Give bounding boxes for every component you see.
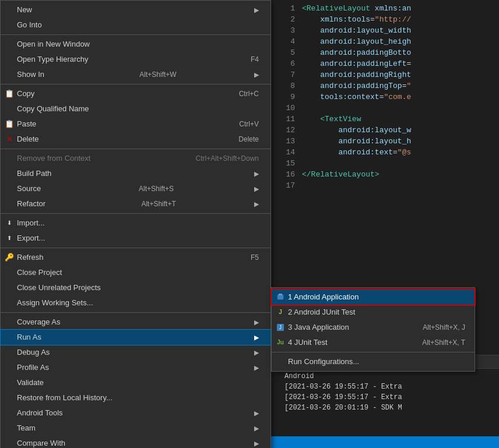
paste-icon: 📋 — [4, 118, 15, 130]
menu-item-build-path[interactable]: Build Path ▶ — [1, 166, 270, 181]
context-menu: New ▶ Go Into Open in New Window Open Ty… — [0, 0, 271, 448]
submenu-arrow-build-path: ▶ — [254, 168, 259, 179]
shortcut-copy: Ctrl+C — [222, 88, 259, 100]
menu-item-import[interactable]: ⬇ Import... — [1, 216, 270, 231]
menu-item-go-into[interactable]: Go Into — [1, 17, 270, 33]
menu-label-team: Team — [17, 422, 36, 434]
submenu-item-android-app[interactable]: 1 Android Application — [272, 290, 475, 305]
shortcut-refactor: Alt+Shift+T — [124, 198, 175, 210]
menu-item-run-as[interactable]: Run As ▶ — [1, 330, 270, 345]
menu-item-compare-with[interactable]: Compare With ▶ — [1, 436, 270, 448]
submenu-arrow-debug-as: ▶ — [254, 347, 259, 358]
submenu-arrow-coverage-as: ▶ — [254, 316, 259, 328]
code-line: 5 android:paddingBotto — [284, 47, 494, 58]
submenu-arrow-new: ▶ — [254, 4, 259, 16]
menu-item-show-in[interactable]: Show In Alt+Shift+W ▶ — [1, 67, 270, 82]
menu-label-go-into: Go Into — [17, 19, 42, 31]
code-line: 3 android:layout_width — [284, 25, 494, 36]
menu-item-profile-as[interactable]: Profile As ▶ — [1, 360, 270, 375]
submenu-item-android-junit[interactable]: J 2 Android JUnit Test — [272, 305, 475, 320]
java-app-icon: J — [275, 323, 286, 331]
menu-label-open-type-hierarchy: Open Type Hierarchy — [17, 54, 89, 65]
menu-item-open-new-window[interactable]: Open in New Window — [1, 37, 270, 52]
menu-label-show-in: Show In — [17, 69, 44, 80]
menu-item-new[interactable]: New ▶ — [1, 2, 270, 17]
console-platform: Android — [284, 371, 494, 382]
menu-item-source[interactable]: Source Alt+Shift+S ▶ — [1, 181, 270, 196]
menu-item-close-unrelated[interactable]: Close Unrelated Projects — [1, 280, 270, 295]
menu-label-build-path: Build Path — [17, 168, 51, 179]
submenu-arrow-compare-with: ▶ — [254, 438, 259, 448]
menu-item-restore-local[interactable]: Restore from Local History... — [1, 390, 270, 405]
menu-label-compare-with: Compare With — [17, 438, 65, 448]
submenu-label-run-configs: Run Configurations... — [288, 356, 359, 368]
shortcut-refresh: F5 — [233, 252, 259, 263]
menu-item-delete[interactable]: ✕ Delete Delete — [1, 132, 270, 147]
submenu-item-junit-test[interactable]: Ju 4 JUnit Test Alt+Shift+X, T — [272, 335, 475, 350]
menu-label-paste: Paste — [17, 118, 36, 130]
menu-item-copy-qualified[interactable]: Copy Qualified Name — [1, 101, 270, 117]
code-line: 7 android:paddingRight — [284, 69, 494, 80]
shortcut-remove-context: Ctrl+Alt+Shift+Down — [178, 153, 259, 164]
menu-item-team[interactable]: Team ▶ — [1, 421, 270, 436]
menu-item-copy[interactable]: 📋 Copy Ctrl+C — [1, 86, 270, 101]
delete-icon: ✕ — [4, 133, 15, 145]
menu-label-refactor: Refactor — [17, 198, 45, 210]
menu-item-open-type-hierarchy[interactable]: Open Type Hierarchy F4 — [1, 52, 270, 67]
submenu-arrow-show-in: ▶ — [254, 69, 259, 80]
separator — [1, 213, 270, 214]
menu-item-close-project[interactable]: Close Project — [1, 265, 270, 280]
menu-label-close-unrelated: Close Unrelated Projects — [17, 282, 101, 294]
code-line: 14 android:text="@s — [284, 147, 494, 158]
submenu-item-run-configs[interactable]: Run Configurations... — [272, 354, 475, 369]
menu-label-delete: Delete — [17, 133, 39, 145]
code-line: 9 tools:context="com.e — [284, 91, 494, 103]
menu-label-open-new-window: Open in New Window — [17, 38, 90, 50]
android-junit-icon: J — [275, 306, 286, 318]
submenu-item-java-app[interactable]: J 3 Java Application Alt+Shift+X, J — [272, 320, 475, 335]
menu-item-refactor[interactable]: Refactor Alt+Shift+T ▶ — [1, 196, 270, 211]
menu-label-remove-context: Remove from Context — [17, 153, 90, 164]
menu-label-restore-local: Restore from Local History... — [17, 392, 113, 404]
code-line: 2 xmlns:tools="http:// — [284, 14, 494, 25]
menu-item-paste[interactable]: 📋 Paste Ctrl+V — [1, 117, 270, 132]
code-line: 4 android:layout_heigh — [284, 36, 494, 47]
code-line: 15 — [284, 158, 494, 169]
menu-item-validate[interactable]: Validate — [1, 375, 270, 390]
menu-label-new: New — [17, 4, 32, 16]
menu-label-coverage-as: Coverage As — [17, 316, 60, 328]
menu-label-export: Export... — [17, 232, 45, 244]
code-line: 17 — [284, 180, 494, 191]
menu-label-validate: Validate — [17, 377, 44, 389]
svg-rect-0 — [277, 295, 283, 299]
menu-item-debug-as[interactable]: Debug As ▶ — [1, 345, 270, 360]
submenu-arrow-android-tools: ▶ — [254, 407, 259, 419]
menu-item-assign-working-sets[interactable]: Assign Working Sets... — [1, 295, 270, 311]
menu-label-assign-working-sets: Assign Working Sets... — [17, 297, 93, 309]
code-line: 12 android:layout_w — [284, 125, 494, 136]
code-line: 1 <RelativeLayout xmlns:an — [284, 3, 494, 14]
menu-label-import: Import... — [17, 217, 45, 229]
separator — [1, 248, 270, 248]
copy-icon: 📋 — [4, 88, 15, 100]
menu-item-refresh[interactable]: 🔑 Refresh F5 — [1, 250, 270, 265]
console-log-2: [2021-03-26 19:55:17 - Extra — [284, 392, 494, 403]
menu-label-refresh: Refresh — [17, 252, 44, 263]
submenu-arrow-source: ▶ — [254, 183, 259, 195]
code-line: 8 android:paddingTop=" — [284, 80, 494, 91]
menu-item-export[interactable]: ⬆ Export... — [1, 231, 270, 246]
submenu-label-android-app: 1 Android Application — [288, 291, 359, 303]
run-as-submenu: 1 Android Application J 2 Android JUnit … — [271, 287, 475, 372]
separator — [1, 312, 270, 313]
separator — [1, 34, 270, 35]
menu-item-coverage-as[interactable]: Coverage As ▶ — [1, 315, 270, 330]
submenu-arrow-team: ▶ — [254, 422, 259, 434]
menu-item-remove-context[interactable]: Remove from Context Ctrl+Alt+Shift+Down — [1, 151, 270, 166]
shortcut-junit-test: Alt+Shift+X, T — [410, 337, 465, 348]
shortcut-show-in: Alt+Shift+W — [122, 69, 176, 80]
shortcut-paste: Ctrl+V — [222, 118, 259, 130]
console-log-1: [2021-03-26 19:55:17 - Extra — [284, 382, 494, 392]
console-log-3: [2021-03-26 20:01:19 - SDK M — [284, 403, 494, 413]
menu-item-android-tools[interactable]: Android Tools ▶ — [1, 405, 270, 421]
code-line: 11 <TextView — [284, 114, 494, 125]
